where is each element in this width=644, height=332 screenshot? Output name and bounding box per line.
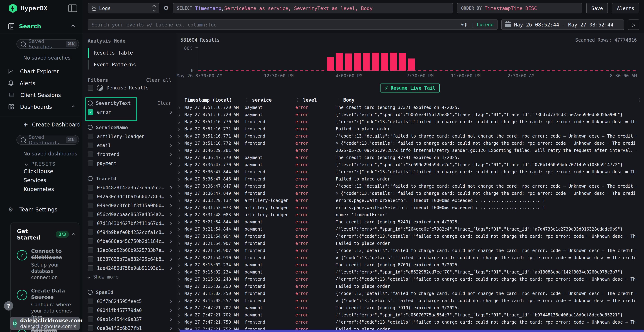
clear-all-button[interactable]: Clear all xyxy=(146,78,172,83)
checkbox-unchecked[interactable] xyxy=(88,248,94,253)
row-expand-chevron-icon[interactable] xyxy=(176,134,184,139)
table-row[interactable]: May 27 8:36:47.770 AMpaymenterrorThe cre… xyxy=(176,154,644,161)
row-expand-chevron-icon[interactable] xyxy=(176,312,184,318)
filter-value-row[interactable]: 049ed0ac3fdb1f3f15a0b0b… xyxy=(88,202,172,210)
collapse-chevron-icon[interactable] xyxy=(72,105,74,108)
order-by-input[interactable]: ORDER BY TimestampTime DESC xyxy=(457,3,582,14)
table-row[interactable]: May 27 8:15:02.248 AMfrontenderror{"erro… xyxy=(176,276,644,283)
column-drag-handle-icon[interactable]: ⋮ xyxy=(295,97,300,103)
table-row[interactable]: May 27 8:21:54.844 AMpaymenterrorThe cre… xyxy=(176,218,644,226)
filter-value-row[interactable]: 03f7b824595feec5 xyxy=(88,298,172,305)
denoise-results-toggle[interactable]: Denoise Results xyxy=(88,84,172,92)
row-expand-chevron-icon[interactable] xyxy=(176,126,184,132)
row-expand-chevron-icon[interactable] xyxy=(176,205,184,210)
checkbox-unchecked[interactable] xyxy=(88,308,94,313)
histogram-bar[interactable] xyxy=(363,53,370,71)
table-row[interactable]: May 27 7:47:21.750 AMfrontenderror{"erro… xyxy=(176,318,644,326)
row-expand-chevron-icon[interactable] xyxy=(176,105,184,110)
filter-value-row[interactable]: 042a30c3dc1baf660b27863… xyxy=(88,193,172,200)
checkbox-unchecked[interactable] xyxy=(88,185,94,190)
column-header-body[interactable]: ⋮Body xyxy=(336,97,636,103)
preset-kubernetes[interactable]: Kubernetes xyxy=(0,184,82,194)
table-row[interactable]: May 27 8:36:47.847 AMfrontenderror{"code… xyxy=(176,183,644,190)
row-expand-chevron-icon[interactable] xyxy=(176,141,184,146)
show-more-button[interactable]: Show more xyxy=(88,273,172,281)
checkbox-unchecked[interactable] xyxy=(88,160,94,166)
row-expand-chevron-icon[interactable] xyxy=(176,176,184,182)
sidebar-item-alerts[interactable]: Alerts xyxy=(0,77,82,89)
table-row[interactable]: May 27 8:51:16.772 AMfrontenderror× {"co… xyxy=(176,140,644,147)
filter-value-row[interactable]: 0f94b9befe0b4252ccfa1c8… xyxy=(88,228,172,236)
row-expand-chevron-icon[interactable] xyxy=(176,234,184,239)
histogram-bar[interactable] xyxy=(381,53,388,71)
row-expand-chevron-icon[interactable] xyxy=(176,262,184,268)
filter-value-row[interactable]: frontend xyxy=(88,150,172,158)
table-row[interactable]: May 27 8:51:16.720 AMpaymenterrorThe cre… xyxy=(176,104,644,111)
table-row[interactable]: May 27 8:31:48.083 AMartillery-loadgener… xyxy=(176,211,644,218)
table-row[interactable]: May 27 8:15:02.234 AMpaymenterrorThe cre… xyxy=(176,261,644,268)
row-expand-chevron-icon[interactable] xyxy=(176,220,184,224)
row-expand-chevron-icon[interactable] xyxy=(176,298,184,303)
checkbox-unchecked[interactable] xyxy=(88,152,94,157)
checkbox-unchecked[interactable] xyxy=(88,203,94,208)
column-header-timestamp[interactable]: Timestamp (Local) xyxy=(184,97,244,103)
get-started-item[interactable]: ✓ Connect to ClickHouse Set up your data… xyxy=(17,248,75,280)
filter-value-row[interactable]: 18287038b73e882425c64b8… xyxy=(88,255,172,263)
column-drag-handle-icon[interactable]: ⋮ xyxy=(336,97,340,103)
sidebar-item-chart-explorer[interactable]: Chart Explorer xyxy=(0,66,82,77)
row-expand-chevron-icon[interactable] xyxy=(176,320,184,325)
row-expand-chevron-icon[interactable] xyxy=(176,155,184,160)
row-expand-chevron-icon[interactable] xyxy=(176,112,184,117)
source-select[interactable]: Logs xyxy=(88,3,159,14)
table-row[interactable]: May 27 8:21:54.844 AMpaymenterror{"level… xyxy=(176,226,644,233)
resume-live-tail-button[interactable]: ⚡ Resume Live Tail xyxy=(380,84,440,92)
checkbox-unchecked[interactable] xyxy=(88,316,94,322)
filter-value-row[interactable]: email xyxy=(88,142,172,149)
row-expand-chevron-icon[interactable] xyxy=(176,227,184,232)
table-row[interactable]: May 27 8:36:47.849 AMfrontenderror× {"co… xyxy=(176,190,644,197)
sidebar-search-header[interactable]: Search xyxy=(0,23,82,30)
histogram-bar[interactable] xyxy=(354,53,361,71)
filter-value-row[interactable]: 1ae42480d758e9ab91193a1… xyxy=(88,264,172,272)
filter-value-row[interactable]: 09041fb457779da0 xyxy=(88,306,172,314)
row-expand-chevron-icon[interactable] xyxy=(176,291,184,296)
checkbox-checked[interactable]: ✓ xyxy=(88,109,94,115)
row-expand-chevron-icon[interactable] xyxy=(176,191,184,196)
lucene-search-input[interactable]: Search your events w/ Lucene ex. column:… xyxy=(88,20,498,30)
analysis-mode-active[interactable]: Results Table xyxy=(88,47,172,59)
row-expand-chevron-icon[interactable] xyxy=(176,148,184,153)
preset-services[interactable]: Services xyxy=(0,176,82,184)
checkbox-unchecked[interactable] xyxy=(88,230,94,235)
checkbox-unchecked[interactable] xyxy=(88,85,94,91)
filter-value-row[interactable]: 0ae8e1f6c6b37fb1 xyxy=(88,324,172,332)
checkbox-unchecked[interactable] xyxy=(88,265,94,271)
saved-dashboards-input[interactable]: Saved Dashboards ⌘K xyxy=(16,135,79,145)
histogram-bar[interactable] xyxy=(372,52,379,71)
histogram-bar[interactable] xyxy=(399,53,406,71)
histogram-bar[interactable] xyxy=(408,58,415,71)
checkbox-unchecked[interactable] xyxy=(88,142,94,148)
row-expand-chevron-icon[interactable] xyxy=(176,119,184,124)
row-expand-chevron-icon[interactable] xyxy=(176,184,184,189)
checkbox-unchecked[interactable] xyxy=(88,256,94,262)
preset-clickhouse[interactable]: ClickHouse xyxy=(0,167,82,176)
table-row[interactable]: May 27 8:51:16.720 AMpaymenterror{"level… xyxy=(176,111,644,118)
histogram-bar[interactable] xyxy=(390,52,397,71)
sidebar-item-dashboards[interactable]: Dashboards xyxy=(0,101,82,113)
sql-select-input[interactable]: SELECT Timestamp, ServiceName as service… xyxy=(173,3,453,14)
saved-searches-input[interactable]: Saved Searches ⌘K xyxy=(16,39,79,49)
filter-value-row[interactable]: artillery-loadgen xyxy=(88,132,172,140)
checkbox-unchecked[interactable] xyxy=(88,220,94,226)
analysis-mode-option[interactable]: Event Patterns xyxy=(88,59,172,70)
row-expand-chevron-icon[interactable] xyxy=(176,305,184,310)
row-expand-chevron-icon[interactable] xyxy=(176,270,184,274)
run-query-button[interactable]: ▷ xyxy=(628,20,639,30)
table-row[interactable]: May 27 8:15:02.250 AMfrontenderrorFailed… xyxy=(176,283,644,290)
table-row[interactable]: May 27 8:46:29.281 AMerror2025-05-26T09:… xyxy=(176,147,644,154)
save-button[interactable]: Save xyxy=(586,3,608,14)
column-drag-handle-icon[interactable]: ⋮ xyxy=(244,97,249,103)
user-menu[interactable]: D dale@clickhouse.com dale@clickhouse.co… xyxy=(10,316,80,330)
create-dashboard-button[interactable]: + Create Dashboard xyxy=(0,119,82,130)
alerts-button[interactable]: Alerts xyxy=(612,3,639,14)
get-started-item[interactable]: ✓ Create Data Sources Configure where yo… xyxy=(17,288,75,320)
